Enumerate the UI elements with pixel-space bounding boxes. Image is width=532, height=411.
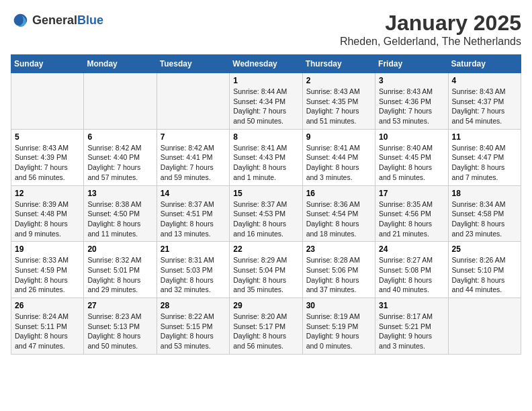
day-number: 7 xyxy=(161,132,226,142)
calendar-cell-w3-d4: 16Sunrise: 8:36 AM Sunset: 4:54 PM Dayli… xyxy=(302,185,375,242)
logo-icon xyxy=(11,11,30,30)
day-info: Sunrise: 8:26 AM Sunset: 5:10 PM Dayligh… xyxy=(452,255,517,295)
calendar-cell-w3-d3: 15Sunrise: 8:37 AM Sunset: 4:53 PM Dayli… xyxy=(230,185,302,242)
day-number: 19 xyxy=(15,244,80,254)
day-info: Sunrise: 8:43 AM Sunset: 4:36 PM Dayligh… xyxy=(379,87,444,126)
day-info: Sunrise: 8:31 AM Sunset: 5:03 PM Dayligh… xyxy=(161,255,226,295)
calendar-cell-w4-d0: 19Sunrise: 8:33 AM Sunset: 4:59 PM Dayli… xyxy=(11,242,84,298)
day-info: Sunrise: 8:35 AM Sunset: 4:56 PM Dayligh… xyxy=(379,199,444,239)
day-info: Sunrise: 8:37 AM Sunset: 4:51 PM Dayligh… xyxy=(161,199,226,239)
day-number: 2 xyxy=(306,76,371,85)
day-number: 3 xyxy=(379,76,444,85)
day-number: 11 xyxy=(452,132,517,142)
calendar-cell-w2-d6: 11Sunrise: 8:40 AM Sunset: 4:47 PM Dayli… xyxy=(448,129,521,185)
day-number: 24 xyxy=(379,244,444,254)
day-number: 20 xyxy=(87,244,152,254)
calendar-cell-w5-d4: 30Sunrise: 8:19 AM Sunset: 5:19 PM Dayli… xyxy=(302,298,375,355)
calendar-cell-w4-d5: 24Sunrise: 8:27 AM Sunset: 5:08 PM Dayli… xyxy=(375,242,448,298)
day-info: Sunrise: 8:33 AM Sunset: 4:59 PM Dayligh… xyxy=(15,255,80,295)
day-info: Sunrise: 8:37 AM Sunset: 4:53 PM Dayligh… xyxy=(233,199,298,239)
day-number: 25 xyxy=(452,244,517,254)
day-number: 4 xyxy=(452,76,517,85)
day-number: 5 xyxy=(15,132,80,142)
calendar-cell-w3-d5: 17Sunrise: 8:35 AM Sunset: 4:56 PM Dayli… xyxy=(375,185,448,242)
calendar-cell-w3-d0: 12Sunrise: 8:39 AM Sunset: 4:48 PM Dayli… xyxy=(11,185,84,242)
day-number: 28 xyxy=(161,301,226,310)
calendar-cell-w1-d1 xyxy=(84,73,157,130)
calendar-cell-w4-d2: 21Sunrise: 8:31 AM Sunset: 5:03 PM Dayli… xyxy=(157,242,229,298)
day-info: Sunrise: 8:29 AM Sunset: 5:04 PM Dayligh… xyxy=(233,255,298,295)
calendar-cell-w4-d6: 25Sunrise: 8:26 AM Sunset: 5:10 PM Dayli… xyxy=(448,242,521,298)
logo-general: General xyxy=(32,13,77,27)
calendar-week-4: 19Sunrise: 8:33 AM Sunset: 4:59 PM Dayli… xyxy=(11,242,521,298)
day-number: 27 xyxy=(87,301,152,310)
day-info: Sunrise: 8:43 AM Sunset: 4:39 PM Dayligh… xyxy=(15,143,80,183)
day-number: 13 xyxy=(87,189,152,198)
day-number: 16 xyxy=(306,189,371,198)
header-sunday: Sunday xyxy=(11,55,84,73)
calendar-table: Sunday Monday Tuesday Wednesday Thursday… xyxy=(11,54,521,355)
day-info: Sunrise: 8:43 AM Sunset: 4:37 PM Dayligh… xyxy=(452,87,517,126)
day-number: 26 xyxy=(15,301,80,310)
title-area: January 2025 Rheden, Gelderland, The Net… xyxy=(340,11,521,48)
calendar-cell-w2-d5: 10Sunrise: 8:40 AM Sunset: 4:45 PM Dayli… xyxy=(375,129,448,185)
day-number: 29 xyxy=(233,301,298,310)
day-info: Sunrise: 8:24 AM Sunset: 5:11 PM Dayligh… xyxy=(15,312,80,351)
header-monday: Monday xyxy=(84,55,157,73)
calendar-cell-w5-d6 xyxy=(448,298,521,355)
day-number: 1 xyxy=(233,76,298,85)
day-number: 9 xyxy=(306,132,371,142)
day-info: Sunrise: 8:34 AM Sunset: 4:58 PM Dayligh… xyxy=(452,199,517,239)
calendar-cell-w5-d1: 27Sunrise: 8:23 AM Sunset: 5:13 PM Dayli… xyxy=(84,298,157,355)
day-number: 18 xyxy=(452,189,517,198)
calendar-cell-w2-d2: 7Sunrise: 8:42 AM Sunset: 4:41 PM Daylig… xyxy=(157,129,229,185)
calendar-week-1: 1Sunrise: 8:44 AM Sunset: 4:34 PM Daylig… xyxy=(11,73,521,130)
day-info: Sunrise: 8:38 AM Sunset: 4:50 PM Dayligh… xyxy=(87,199,152,239)
day-info: Sunrise: 8:43 AM Sunset: 4:35 PM Dayligh… xyxy=(306,87,371,126)
day-info: Sunrise: 8:17 AM Sunset: 5:21 PM Dayligh… xyxy=(379,312,444,351)
day-info: Sunrise: 8:32 AM Sunset: 5:01 PM Dayligh… xyxy=(87,255,152,295)
calendar-cell-w1-d2 xyxy=(157,73,229,130)
day-number: 30 xyxy=(306,301,371,310)
day-number: 14 xyxy=(161,189,226,198)
day-number: 12 xyxy=(15,189,80,198)
calendar-cell-w2-d4: 9Sunrise: 8:41 AM Sunset: 4:44 PM Daylig… xyxy=(302,129,375,185)
main-title: January 2025 xyxy=(340,11,521,36)
calendar-cell-w1-d3: 1Sunrise: 8:44 AM Sunset: 4:34 PM Daylig… xyxy=(230,73,302,130)
calendar-week-3: 12Sunrise: 8:39 AM Sunset: 4:48 PM Dayli… xyxy=(11,185,521,242)
day-info: Sunrise: 8:23 AM Sunset: 5:13 PM Dayligh… xyxy=(87,312,152,351)
calendar-week-5: 26Sunrise: 8:24 AM Sunset: 5:11 PM Dayli… xyxy=(11,298,521,355)
day-number: 21 xyxy=(161,244,226,254)
day-info: Sunrise: 8:20 AM Sunset: 5:17 PM Dayligh… xyxy=(233,312,298,351)
day-info: Sunrise: 8:41 AM Sunset: 4:44 PM Dayligh… xyxy=(306,143,371,183)
logo-blue: Blue xyxy=(77,13,103,27)
calendar-cell-w3-d1: 13Sunrise: 8:38 AM Sunset: 4:50 PM Dayli… xyxy=(84,185,157,242)
calendar-cell-w4-d3: 22Sunrise: 8:29 AM Sunset: 5:04 PM Dayli… xyxy=(230,242,302,298)
day-number: 15 xyxy=(233,189,298,198)
day-number: 10 xyxy=(379,132,444,142)
calendar-cell-w1-d5: 3Sunrise: 8:43 AM Sunset: 4:36 PM Daylig… xyxy=(375,73,448,130)
calendar-cell-w5-d3: 29Sunrise: 8:20 AM Sunset: 5:17 PM Dayli… xyxy=(230,298,302,355)
header-saturday: Saturday xyxy=(448,55,521,73)
calendar-cell-w1-d0 xyxy=(11,73,84,130)
calendar-cell-w2-d1: 6Sunrise: 8:42 AM Sunset: 4:40 PM Daylig… xyxy=(84,129,157,185)
page-header: GeneralBlue January 2025 Rheden, Gelderl… xyxy=(11,11,521,48)
calendar-cell-w2-d0: 5Sunrise: 8:43 AM Sunset: 4:39 PM Daylig… xyxy=(11,129,84,185)
day-number: 22 xyxy=(233,244,298,254)
day-info: Sunrise: 8:22 AM Sunset: 5:15 PM Dayligh… xyxy=(161,312,226,351)
calendar-cell-w2-d3: 8Sunrise: 8:41 AM Sunset: 4:43 PM Daylig… xyxy=(230,129,302,185)
day-info: Sunrise: 8:39 AM Sunset: 4:48 PM Dayligh… xyxy=(15,199,80,239)
calendar-cell-w4-d4: 23Sunrise: 8:28 AM Sunset: 5:06 PM Dayli… xyxy=(302,242,375,298)
day-number: 17 xyxy=(379,189,444,198)
calendar-cell-w1-d4: 2Sunrise: 8:43 AM Sunset: 4:35 PM Daylig… xyxy=(302,73,375,130)
day-number: 6 xyxy=(87,132,152,142)
logo-text: GeneralBlue xyxy=(32,13,103,28)
day-info: Sunrise: 8:41 AM Sunset: 4:43 PM Dayligh… xyxy=(233,143,298,183)
calendar-header-row: Sunday Monday Tuesday Wednesday Thursday… xyxy=(11,55,521,73)
day-number: 31 xyxy=(379,301,444,310)
calendar-week-2: 5Sunrise: 8:43 AM Sunset: 4:39 PM Daylig… xyxy=(11,129,521,185)
day-info: Sunrise: 8:19 AM Sunset: 5:19 PM Dayligh… xyxy=(306,312,371,351)
subtitle: Rheden, Gelderland, The Netherlands xyxy=(340,36,521,48)
day-number: 8 xyxy=(233,132,298,142)
calendar-cell-w3-d2: 14Sunrise: 8:37 AM Sunset: 4:51 PM Dayli… xyxy=(157,185,229,242)
